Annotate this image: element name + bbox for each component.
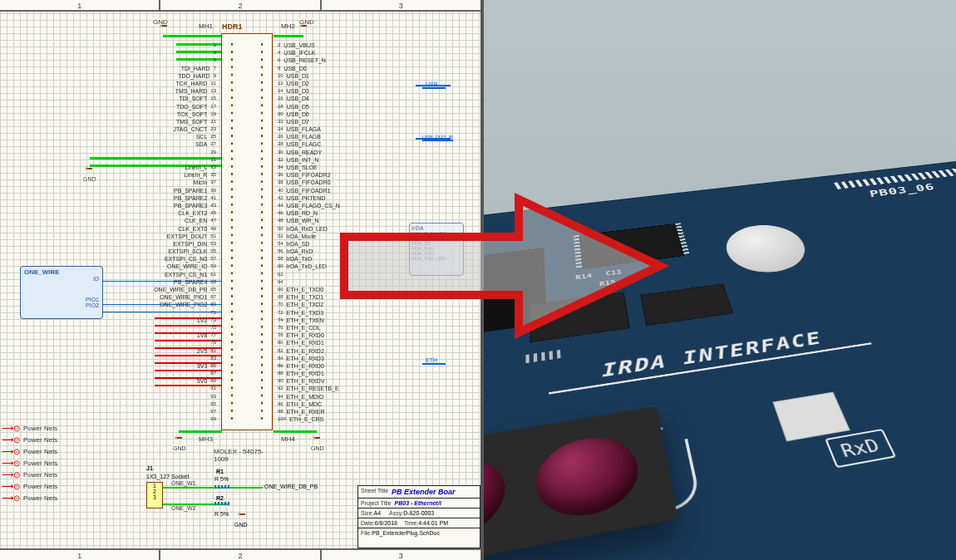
component-capacitor[interactable] bbox=[719, 221, 815, 277]
pin-row[interactable]: 99 bbox=[113, 415, 216, 423]
power-net-port[interactable]: ⟶⊙Power Nets bbox=[2, 445, 57, 457]
pin-row[interactable]: 30USB_READY bbox=[278, 149, 427, 156]
pin-row[interactable]: 95 bbox=[113, 400, 216, 408]
pin-row[interactable]: 75 bbox=[113, 324, 216, 332]
pin-row[interactable]: TDI_SOFT15 bbox=[113, 95, 216, 102]
pin-row[interactable]: 83 bbox=[113, 355, 216, 362]
pin-row[interactable]: 34USB_SLOE bbox=[278, 164, 427, 171]
pin-row[interactable]: 46USB_RD_N bbox=[278, 209, 427, 217]
component-ic[interactable] bbox=[579, 224, 684, 269]
pin-row[interactable]: 91 bbox=[113, 385, 216, 392]
power-net-port[interactable]: ⟶⊙Power Nets bbox=[2, 434, 57, 445]
power-net-port[interactable]: ⟶⊙Power Nets bbox=[2, 422, 57, 434]
pin-row[interactable]: EXTSPI_DIN53 bbox=[113, 240, 216, 248]
pin-row[interactable]: EXTSPI_DOUT51 bbox=[113, 233, 216, 240]
pin-row[interactable]: 22USB_D7 bbox=[278, 118, 427, 125]
pin-row[interactable]: 84ETH_E_RXD3 bbox=[278, 355, 427, 362]
pin-row[interactable]: 68ETH_E_TXD1 bbox=[278, 293, 427, 301]
component-hdr1[interactable]: HDR1 MH1 MH2 MH3 MH4 MOLEX - 54075-1009 bbox=[221, 33, 273, 430]
pin-row[interactable]: TDO_HARD9 bbox=[113, 72, 216, 80]
power-net-port[interactable]: ⟶⊙Power Nets bbox=[2, 457, 57, 469]
pin-row[interactable]: 29 bbox=[113, 149, 216, 156]
pin-row[interactable]: 79 bbox=[113, 339, 216, 346]
pin-row[interactable]: JTAG_CNCT23 bbox=[113, 125, 216, 133]
title-block[interactable]: Sheet TitlePB Extender Boar Project Titl… bbox=[357, 485, 480, 548]
port-eth[interactable]: ETH bbox=[422, 357, 446, 365]
power-net-port[interactable]: ⟶⊙Power Nets bbox=[2, 480, 57, 492]
pin-row[interactable]: 40USB_FIFOADR1 bbox=[278, 187, 427, 194]
pin-row[interactable]: 44USB_FLAGD_CS_N bbox=[278, 202, 427, 209]
pin-row[interactable]: 54IrDA_SD bbox=[278, 240, 427, 248]
pin-row[interactable]: 70ETH_E_TXD2 bbox=[278, 301, 427, 308]
harness-irda[interactable]: IrDA IrDA_RxD_LED IrDA_Mode IrDA_SD IrDA… bbox=[409, 223, 464, 276]
pin-row[interactable]: 82ETH_E_RXD2 bbox=[278, 347, 427, 355]
pin-row[interactable]: 80ETH_E_RXD1 bbox=[278, 339, 427, 346]
pin-row[interactable]: 3 bbox=[113, 49, 216, 56]
pin-row[interactable]: MicIn37 bbox=[113, 179, 216, 186]
component-ir-led[interactable] bbox=[484, 406, 678, 560]
pin-row[interactable]: 4USB_IFCLK bbox=[278, 49, 427, 56]
pin-row[interactable]: 32USB_INT_N bbox=[278, 156, 427, 164]
pin-row[interactable]: TCK_SOFT19 bbox=[113, 111, 216, 118]
pin-row[interactable]: PB_SPARE241 bbox=[113, 194, 216, 202]
component-j1[interactable]: J1 1X3_127 Socket 1 2 3 ONE_W1 ONE_W2 R1… bbox=[146, 465, 254, 532]
pin-row[interactable]: 18USB_D5 bbox=[278, 103, 427, 111]
pin-row[interactable]: 6USB_RESET_N bbox=[278, 56, 427, 64]
pin-row[interactable]: CLK_EN47 bbox=[113, 217, 216, 224]
pin-row[interactable]: 1V273 bbox=[113, 317, 216, 324]
pin-row[interactable]: 3V385 bbox=[113, 362, 216, 370]
component-led[interactable] bbox=[772, 392, 850, 442]
pin-row[interactable]: CLK_EXT049 bbox=[113, 225, 216, 233]
pin-row[interactable]: 1 bbox=[113, 42, 216, 49]
pin-row[interactable]: 10USB_D1 bbox=[278, 72, 427, 80]
power-net-port[interactable]: ⟶⊙Power Nets bbox=[2, 492, 57, 504]
pin-row[interactable]: 20USB_D6 bbox=[278, 111, 427, 118]
pin-row[interactable]: 52IrDA_Mode bbox=[278, 233, 427, 240]
component-smd[interactable] bbox=[640, 283, 733, 326]
pin-row[interactable]: 66ETH_E_TXD0 bbox=[278, 286, 427, 293]
pin-row[interactable]: 36USB_FIFOADR2 bbox=[278, 171, 427, 179]
pin-row[interactable]: 76ETH_E_COL bbox=[278, 324, 427, 332]
pin-row[interactable]: 58IrDA_TxD bbox=[278, 255, 427, 263]
pin-row[interactable]: 2V581 bbox=[113, 347, 216, 355]
pin-row[interactable]: 38USB_FIFOADR0 bbox=[278, 179, 427, 186]
pin-row[interactable]: 74ETH_E_TXEN bbox=[278, 317, 427, 324]
pin-row[interactable]: 92ETH_E_RESETB_E bbox=[278, 385, 427, 392]
pin-row[interactable]: SCL25 bbox=[113, 133, 216, 140]
pin-row[interactable]: EXTSPI_CS_N161 bbox=[113, 271, 216, 278]
pin-row[interactable]: PB_SPARE343 bbox=[113, 202, 216, 209]
pin-row[interactable]: 98ETH_E_RXER bbox=[278, 408, 427, 415]
pin-row[interactable]: 12USB_D2 bbox=[278, 80, 427, 87]
pin-row[interactable]: LineIn_L33 bbox=[113, 164, 216, 171]
pin-row[interactable]: ONE_WIRE_PIO167 bbox=[113, 293, 216, 301]
pcb-3d-panel[interactable]: PB03_06 IRDA INTERFACE R14 C11 R15 C8 Y1… bbox=[484, 0, 956, 560]
pin-row[interactable]: 78ETH_E_RXD0 bbox=[278, 332, 427, 339]
pin-row[interactable]: EXTSPI_CS_N057 bbox=[113, 255, 216, 263]
pin-row[interactable]: 26USB_FLAGB bbox=[278, 133, 427, 140]
pin-row[interactable]: 50IrDA_RxD_LED bbox=[278, 225, 427, 233]
pin-row[interactable]: CLK_EXT245 bbox=[113, 209, 216, 217]
pin-row[interactable]: TMS_HARD13 bbox=[113, 87, 216, 95]
pin-row[interactable]: SDA27 bbox=[113, 140, 216, 148]
pin-row[interactable]: LineIn_R35 bbox=[113, 171, 216, 179]
pin-row[interactable]: ONE_WIRE_ID59 bbox=[113, 263, 216, 270]
pin-row[interactable]: 48USB_WR_N bbox=[278, 217, 427, 224]
pin-row[interactable]: 24USB_FLAGA bbox=[278, 125, 427, 133]
pin-row[interactable]: EXTSPI_SCLK55 bbox=[113, 248, 216, 255]
pin-row[interactable]: 72ETH_E_TXD3 bbox=[278, 309, 427, 317]
pin-row[interactable]: 31 bbox=[113, 156, 216, 164]
pin-row[interactable]: 93 bbox=[113, 393, 216, 400]
pin-row[interactable]: 16USB_D4 bbox=[278, 95, 427, 102]
pin-row[interactable]: ONE_WIRE_DB_PB65 bbox=[113, 286, 216, 293]
pin-row[interactable]: 2USB_VBUS bbox=[278, 42, 427, 49]
pin-row[interactable]: 87 bbox=[113, 370, 216, 377]
pin-row[interactable]: TDI_HARD7 bbox=[113, 65, 216, 72]
pin-row[interactable]: 60IrDA_TxD_LED bbox=[278, 263, 427, 270]
pin-row[interactable]: PB_SPARE139 bbox=[113, 187, 216, 194]
pin-row[interactable]: 88ETH_E_RXD1 bbox=[278, 370, 427, 377]
pin-row[interactable]: 64 bbox=[278, 278, 427, 286]
pin-row[interactable]: 96ETH_E_MDC bbox=[278, 400, 427, 408]
pin-row[interactable]: TCK_HARD11 bbox=[113, 80, 216, 87]
schematic-panel[interactable]: 1 2 3 1 2 3 HDR1 MH1 MH2 MH3 MH4 MOLEX -… bbox=[0, 0, 480, 560]
pin-row[interactable]: 14USB_D3 bbox=[278, 87, 427, 95]
